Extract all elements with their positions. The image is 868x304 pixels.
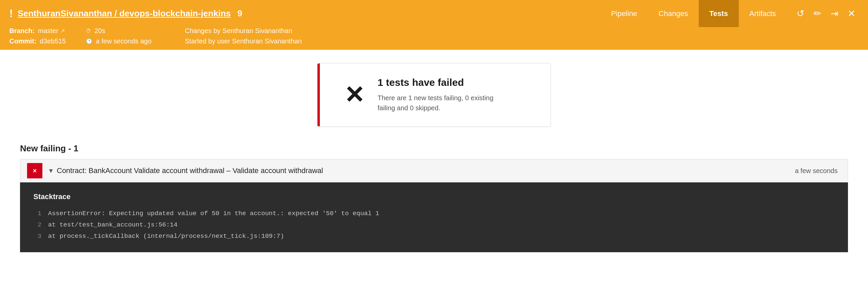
changes-by-row: Changes by Senthuran Sivananthan — [185, 27, 302, 35]
info-col-branch-commit: Branch: master ↗ Commit: d3eb515 — [9, 27, 66, 45]
duration-row: ⏱ 20s — [86, 27, 152, 35]
repo-link[interactable]: SenthuranSivananthan / devops-blockchain… — [18, 8, 231, 19]
branch-label: Branch: — [9, 27, 35, 35]
nav-artifacts[interactable]: Artifacts — [739, 0, 786, 27]
info-col-timing: ⏱ 20s 🕐 a few seconds ago — [86, 27, 152, 45]
build-number: 9 — [237, 8, 242, 19]
close-icon[interactable]: ✕ — [844, 5, 859, 22]
failure-text: 1 tests have failed There are 1 new test… — [378, 77, 511, 113]
test-name: Contract: BankAccount Validate account w… — [57, 166, 795, 175]
info-bar: Branch: master ↗ Commit: d3eb515 ⏱ 20s 🕐… — [0, 27, 868, 50]
replay-icon[interactable]: ↺ — [793, 5, 808, 22]
line-content-1: AssertionError: Expecting updated value … — [48, 208, 379, 219]
exclamation-icon[interactable]: ! — [9, 7, 13, 20]
branch-value[interactable]: master ↗ — [38, 27, 65, 35]
failure-card: ✕ 1 tests have failed There are 1 new te… — [317, 63, 551, 127]
top-bar-actions: ↺ ✏ ⇥ ✕ — [793, 5, 859, 22]
changes-by: Changes by Senthuran Sivananthan — [185, 27, 292, 35]
test-row[interactable]: × ▾ Contract: BankAccount Validate accou… — [20, 159, 848, 182]
failure-x-icon: ✕ — [344, 83, 364, 107]
line-num-1: 1 — [33, 208, 41, 219]
failure-title: 1 tests have failed — [378, 77, 511, 88]
started-by: Started by user Senthuran Sivananthan — [185, 37, 302, 45]
failure-desc: There are 1 new tests failing, 0 existin… — [378, 93, 511, 113]
edit-icon[interactable]: ✏ — [810, 5, 825, 22]
nav-pipeline[interactable]: Pipeline — [600, 0, 648, 27]
time-row: 🕐 a few seconds ago — [86, 37, 152, 45]
new-failing-heading: New failing - 1 — [20, 143, 848, 154]
code-line-2: 2 at test/test_bank_account.js:56:14 — [33, 219, 835, 231]
top-bar: ! SenthuranSivananthan / devops-blockcha… — [0, 0, 868, 27]
logout-icon[interactable]: ⇥ — [827, 5, 842, 22]
external-link-icon[interactable]: ↗ — [60, 28, 65, 34]
time-icon: 🕐 — [86, 38, 92, 44]
stacktrace-title: Stacktrace — [33, 192, 835, 201]
main-content: ✕ 1 tests have failed There are 1 new te… — [0, 50, 868, 266]
info-col-right: Changes by Senthuran Sivananthan Started… — [185, 27, 302, 45]
clock-icon: ⏱ — [86, 28, 91, 34]
duration-value: 20s — [94, 27, 105, 35]
failure-card-wrapper: ✕ 1 tests have failed There are 1 new te… — [20, 63, 848, 127]
commit-row: Commit: d3eb515 — [9, 37, 66, 45]
commit-value: d3eb515 — [40, 37, 66, 45]
line-num-2: 2 — [33, 219, 41, 231]
line-content-3: at process._tickCallback (internal/proce… — [48, 231, 284, 242]
nav-changes[interactable]: Changes — [648, 0, 699, 27]
branch-row: Branch: master ↗ — [9, 27, 66, 35]
top-bar-left: ! SenthuranSivananthan / devops-blockcha… — [9, 7, 600, 20]
commit-label: Commit: — [9, 37, 36, 45]
test-chevron-icon[interactable]: ▾ — [49, 166, 53, 175]
stacktrace-container: Stacktrace 1 AssertionError: Expecting u… — [20, 182, 848, 252]
code-line-1: 1 AssertionError: Expecting updated valu… — [33, 208, 835, 219]
code-line-3: 3 at process._tickCallback (internal/pro… — [33, 231, 835, 242]
test-fail-badge: × — [27, 163, 42, 178]
stacktrace-code: 1 AssertionError: Expecting updated valu… — [33, 208, 835, 242]
started-by-row: Started by user Senthuran Sivananthan — [185, 37, 302, 45]
nav-tests[interactable]: Tests — [699, 0, 739, 27]
time-value: a few seconds ago — [96, 37, 152, 45]
test-time: a few seconds — [795, 167, 841, 175]
line-content-2: at test/test_bank_account.js:56:14 — [48, 219, 178, 231]
line-num-3: 3 — [33, 231, 41, 242]
top-bar-nav: Pipeline Changes Tests Artifacts — [600, 0, 786, 27]
